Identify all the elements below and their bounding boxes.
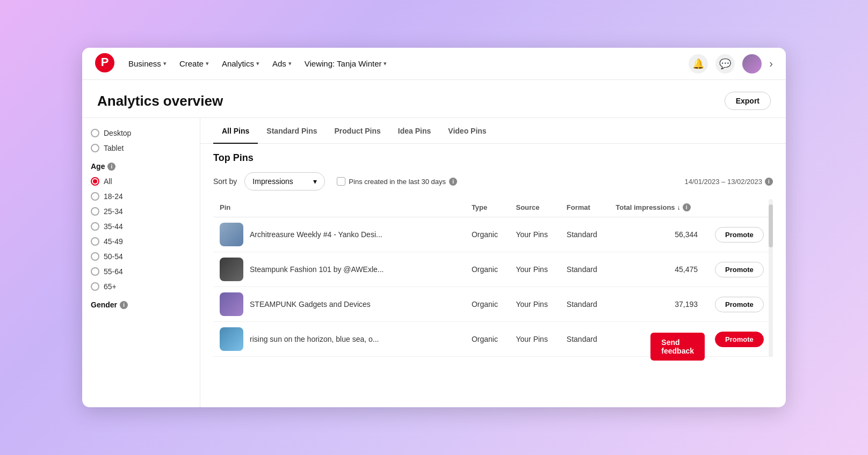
pin-format: Standard	[560, 217, 609, 252]
date-range: 14/01/2023 – 13/02/2023 i	[684, 178, 773, 186]
pin-source: Your Pins	[509, 217, 560, 252]
nav-item-analytics[interactable]: Analytics ▾	[216, 56, 265, 71]
col-format: Format	[560, 199, 609, 217]
sidebar-item-age-35-44[interactable]: 35-44	[91, 222, 191, 231]
table-row: Architreasure Weekly #4 - Yanko Desi... …	[213, 217, 773, 252]
col-actions	[708, 199, 773, 217]
notifications-button[interactable]: 🔔	[689, 54, 708, 74]
pin-type: Organic	[465, 217, 510, 252]
sidebar-item-age-18-24[interactable]: 18-24	[91, 192, 191, 201]
pinterest-logo[interactable]: P	[95, 53, 114, 75]
gender-info-icon: i	[120, 301, 128, 309]
pin-type: Organic	[465, 287, 510, 322]
page-header: Analytics overview Export	[82, 80, 786, 118]
page-title: Analytics overview	[97, 93, 223, 109]
navbar: P Business ▾ Create ▾ Analytics ▾ Ads ▾ …	[82, 48, 786, 80]
pin-thumbnail	[220, 327, 243, 351]
radio-tablet[interactable]	[91, 144, 99, 152]
sidebar-gender-section: Gender i	[91, 300, 191, 309]
chevron-down-icon: ▾	[288, 60, 292, 67]
right-panel: All Pins Standard Pins Product Pins Idea…	[200, 118, 786, 407]
pin-impressions: 56,344	[609, 217, 708, 252]
pins-last-30-days-checkbox[interactable]	[337, 177, 345, 186]
sidebar-item-age-45-49[interactable]: 45-49	[91, 237, 191, 246]
pin-name: STEAMPUNK Gadgets and Devices	[250, 300, 371, 309]
checkbox-area: Pins created in the last 30 days i	[337, 177, 457, 186]
chevron-down-icon: ▾	[384, 60, 387, 67]
sidebar-item-age-55-64[interactable]: 55-64	[91, 267, 191, 276]
promote-cell: Promote	[708, 287, 773, 322]
bell-icon: 🔔	[692, 58, 704, 70]
pin-cell: Steampunk Fashion 101 by @AWExle...	[213, 252, 465, 287]
table-scrollbar-thumb	[769, 204, 773, 247]
radio-desktop[interactable]	[91, 129, 99, 137]
sidebar-item-desktop[interactable]: Desktop	[91, 129, 191, 137]
sidebar-item-age-65plus[interactable]: 65+	[91, 282, 191, 291]
col-impressions[interactable]: Total impressions ↓ i	[609, 199, 708, 217]
pin-thumbnail	[220, 258, 243, 281]
pin-format: Standard	[560, 252, 609, 287]
nav-item-viewing[interactable]: Viewing: Tanja Winter ▾	[299, 56, 393, 71]
pin-format: Standard	[560, 287, 609, 322]
promote-button[interactable]: Promote	[715, 227, 764, 243]
nav-right: 🔔 💬 ›	[689, 54, 773, 74]
tab-all-pins[interactable]: All Pins	[213, 118, 258, 144]
sidebar-item-age-all[interactable]: All	[91, 177, 191, 186]
pin-type: Organic	[465, 252, 510, 287]
checkbox-info-icon: i	[449, 178, 457, 186]
pin-name: Architreasure Weekly #4 - Yanko Desi...	[250, 230, 382, 239]
pin-source: Your Pins	[509, 287, 560, 322]
radio-age-35-44[interactable]	[91, 222, 99, 231]
radio-age-all[interactable]	[91, 177, 99, 186]
sort-label: Sort by	[213, 177, 237, 186]
radio-age-25-34[interactable]	[91, 207, 99, 216]
radio-age-18-24[interactable]	[91, 192, 99, 201]
tab-idea-pins[interactable]: Idea Pins	[389, 118, 439, 144]
gender-section-title: Gender i	[91, 300, 191, 309]
promote-cell: Promote	[708, 252, 773, 287]
nav-item-ads[interactable]: Ads ▾	[267, 56, 297, 71]
export-button[interactable]: Export	[725, 92, 771, 110]
nav-items: Business ▾ Create ▾ Analytics ▾ Ads ▾ Vi…	[123, 56, 689, 71]
pin-impressions: 45,475	[609, 252, 708, 287]
chevron-down-icon: ▾	[313, 177, 317, 186]
sidebar-item-age-25-34[interactable]: 25-34	[91, 207, 191, 216]
radio-age-55-64[interactable]	[91, 267, 99, 276]
main-layout: Desktop Tablet Age i All	[82, 118, 786, 407]
expand-icon[interactable]: ›	[769, 57, 773, 70]
sidebar-age-section: Age i All 18-24 25-34	[91, 162, 191, 291]
avatar[interactable]	[742, 54, 762, 74]
checkbox-label: Pins created in the last 30 days	[349, 178, 446, 186]
chat-icon: 💬	[719, 58, 731, 70]
table-row: STEAMPUNK Gadgets and Devices Organic Yo…	[213, 287, 773, 322]
pin-format: Standard	[560, 322, 609, 357]
pin-impressions: 37,193	[609, 287, 708, 322]
impressions-info-icon: i	[683, 203, 691, 211]
top-pins-title: Top Pins	[213, 152, 773, 164]
radio-age-65plus[interactable]	[91, 282, 99, 291]
sidebar-item-age-50-54[interactable]: 50-54	[91, 252, 191, 261]
col-pin: Pin	[213, 199, 465, 217]
pin-name: rising sun on the horizon, blue sea, o..…	[250, 335, 379, 343]
sidebar-item-tablet[interactable]: Tablet	[91, 144, 191, 152]
promote-button[interactable]: Promote	[715, 297, 764, 312]
tab-video-pins[interactable]: Video Pins	[439, 118, 495, 144]
sidebar-device-section: Desktop Tablet	[91, 129, 191, 152]
sort-row: Sort by Impressions ▾ Pins created in th…	[213, 172, 773, 190]
nav-item-business[interactable]: Business ▾	[123, 56, 172, 71]
promote-button[interactable]: Promote	[715, 262, 764, 277]
sort-select[interactable]: Impressions ▾	[244, 172, 325, 190]
table-scrollbar[interactable]	[769, 199, 773, 357]
age-info-icon: i	[107, 163, 115, 171]
pin-tabs: All Pins Standard Pins Product Pins Idea…	[200, 118, 786, 144]
svg-text:P: P	[101, 55, 109, 69]
messages-button[interactable]: 💬	[715, 54, 735, 74]
tab-product-pins[interactable]: Product Pins	[326, 118, 389, 144]
send-feedback-button[interactable]: Send feedback	[650, 333, 705, 361]
radio-age-50-54[interactable]	[91, 252, 99, 261]
radio-age-45-49[interactable]	[91, 237, 99, 246]
pin-name: Steampunk Fashion 101 by @AWExle...	[250, 265, 384, 274]
promote-button[interactable]: Promote	[715, 332, 764, 347]
nav-item-create[interactable]: Create ▾	[174, 56, 214, 71]
tab-standard-pins[interactable]: Standard Pins	[258, 118, 326, 144]
